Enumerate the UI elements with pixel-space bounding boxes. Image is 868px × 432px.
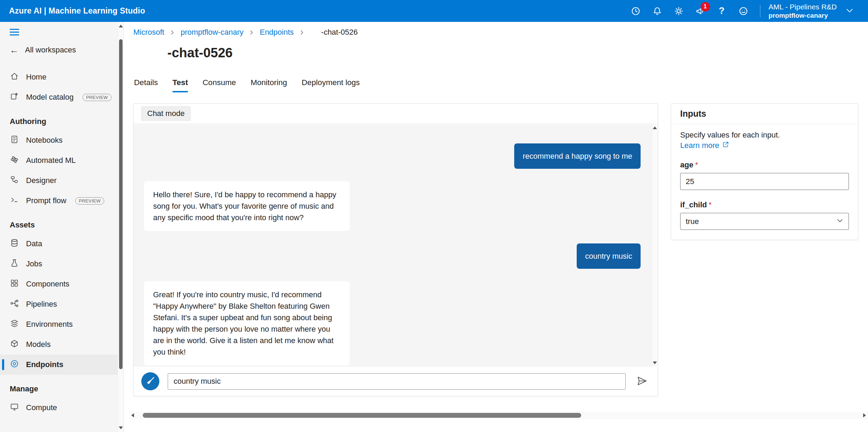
tab-consume[interactable]: Consume: [202, 78, 236, 92]
sidebar-item-label: Components: [26, 280, 69, 289]
sidebar-item-label: Home: [26, 73, 47, 82]
chat-panel: Chat mode recommend a happy song to me H…: [133, 103, 658, 396]
app-title[interactable]: Azure AI | Machine Learning Studio: [9, 6, 145, 16]
sidebar-item-environments[interactable]: Environments: [0, 314, 123, 334]
model-catalog-icon: [10, 92, 19, 103]
sidebar-item-label: Compute: [26, 403, 57, 412]
tab-bar: Details Test Consume Monitoring Deployme…: [134, 78, 360, 92]
field-label-if-child: if_child*: [680, 200, 849, 209]
arrow-left-icon: ←: [10, 45, 19, 56]
components-grid-icon: [10, 279, 19, 290]
sidebar-item-data[interactable]: Data: [0, 234, 123, 254]
horizontal-scrollbar[interactable]: [129, 412, 868, 419]
main-content: Microsoft promptflow-canary Endpoints -c…: [124, 22, 868, 432]
tab-details[interactable]: Details: [134, 78, 158, 92]
scrollbar-thumb[interactable]: [119, 39, 123, 369]
workspace-switcher[interactable]: AML - Pipelines R&D promptflow-canary: [769, 2, 854, 20]
scroll-right-arrow[interactable]: [863, 413, 866, 417]
preview-badge: PREVIEW: [75, 197, 104, 205]
learn-more-label: Learn more: [680, 141, 719, 150]
sidebar-item-label: Environments: [26, 320, 73, 329]
clear-chat-button[interactable]: [141, 372, 159, 390]
send-button[interactable]: [634, 373, 650, 389]
scroll-up-arrow[interactable]: [119, 25, 123, 27]
sidebar-item-components[interactable]: Components: [0, 274, 123, 294]
sidebar-item-designer[interactable]: Designer: [0, 171, 123, 191]
bell-icon: [652, 6, 662, 16]
chat-scrollbar[interactable]: [652, 124, 658, 367]
sidebar-item-prompt-flow[interactable]: Prompt flow PREVIEW: [0, 191, 123, 211]
workspace-name: AML - Pipelines R&D: [769, 2, 837, 11]
breadcrumb-current: -chat-0526: [321, 28, 358, 37]
chat-header: Chat mode: [134, 104, 658, 124]
automated-ml-icon: [10, 155, 19, 166]
all-workspaces-back[interactable]: ← All workspaces: [0, 41, 123, 59]
sidebar-scrollbar[interactable]: [118, 22, 123, 432]
smiley-feedback-button[interactable]: [735, 3, 752, 19]
if-child-dropdown[interactable]: true: [680, 213, 849, 230]
terminal-icon: [10, 195, 19, 207]
scroll-down-arrow[interactable]: [119, 426, 123, 429]
notification-badge: 1: [701, 2, 710, 11]
sidebar-item-jobs[interactable]: Jobs: [0, 254, 123, 274]
send-icon: [636, 375, 648, 388]
inputs-panel-body: Specify values for each input. Learn mor…: [671, 124, 858, 230]
breadcrumb-workspace[interactable]: promptflow-canary: [181, 28, 243, 37]
chat-input[interactable]: [168, 373, 626, 390]
designer-icon: [10, 175, 19, 186]
notebook-icon: [10, 135, 19, 146]
breadcrumb-microsoft[interactable]: Microsoft: [133, 28, 164, 37]
scroll-left-arrow[interactable]: [131, 413, 134, 417]
sidebar-item-compute[interactable]: Compute: [0, 398, 123, 418]
pipelines-icon: [10, 299, 19, 310]
left-sidebar: ← All workspaces Home Model catalog PREV…: [0, 22, 124, 432]
sidebar-item-label: Automated ML: [26, 156, 76, 165]
field-label-age: age*: [680, 160, 849, 169]
scroll-up-arrow[interactable]: [653, 126, 657, 129]
age-field[interactable]: [680, 173, 849, 190]
notifications-button[interactable]: [649, 3, 666, 19]
endpoints-target-icon: [10, 359, 19, 371]
broom-icon: [145, 376, 155, 387]
sidebar-item-notebooks[interactable]: Notebooks: [0, 130, 123, 150]
tab-monitoring[interactable]: Monitoring: [251, 78, 287, 92]
sidebar-item-automated-ml[interactable]: Automated ML: [0, 150, 123, 171]
sidebar-item-model-catalog[interactable]: Model catalog PREVIEW: [0, 87, 123, 107]
workspace-subtitle: promptflow-canary: [769, 11, 837, 20]
sidebar-item-pipelines[interactable]: Pipelines: [0, 294, 123, 314]
breadcrumb: Microsoft promptflow-canary Endpoints -c…: [133, 26, 358, 39]
sidebar-item-models[interactable]: Models: [0, 334, 123, 355]
required-asterisk: *: [709, 200, 712, 209]
sidebar-item-home[interactable]: Home: [0, 67, 123, 87]
feedback-button[interactable]: 1: [692, 3, 709, 19]
back-label: All workspaces: [25, 45, 76, 55]
scroll-down-arrow[interactable]: [653, 362, 657, 364]
tab-test[interactable]: Test: [173, 78, 188, 92]
cube-icon: [10, 339, 19, 350]
question-mark-icon: ?: [719, 6, 725, 16]
inputs-panel: Inputs Specify values for each input. Le…: [671, 103, 858, 240]
workspace-info: AML - Pipelines R&D promptflow-canary: [769, 2, 837, 20]
topbar-actions: 1 ? AML - Pipelines R&D promptflow-canar…: [627, 2, 868, 20]
dropdown-value: true: [686, 217, 699, 226]
sidebar-item-label: Model catalog: [26, 93, 74, 102]
external-link-icon: [722, 141, 729, 150]
sidebar-item-endpoints[interactable]: Endpoints: [0, 355, 123, 375]
settings-button[interactable]: [670, 3, 687, 19]
scrollbar-thumb[interactable]: [143, 413, 581, 418]
chat-input-row: [134, 367, 658, 396]
nav-collapse-button[interactable]: [0, 23, 123, 41]
recent-activity-button[interactable]: [627, 3, 644, 19]
hamburger-icon: [10, 27, 19, 37]
gear-icon: [674, 6, 684, 16]
help-button[interactable]: ?: [713, 3, 730, 19]
breadcrumb-endpoints[interactable]: Endpoints: [260, 28, 294, 37]
chevron-right-icon: [249, 30, 254, 35]
sidebar-item-label: Endpoints: [26, 360, 64, 369]
sidebar-item-label: Notebooks: [26, 136, 62, 145]
tab-deployment-logs[interactable]: Deployment logs: [302, 78, 360, 92]
learn-more-link[interactable]: Learn more: [680, 141, 729, 150]
chat-messages: recommend a happy song to me Hello there…: [134, 124, 652, 367]
chat-message-area: recommend a happy song to me Hello there…: [134, 124, 658, 367]
app-window: Azure AI | Machine Learning Studio: [0, 0, 868, 432]
